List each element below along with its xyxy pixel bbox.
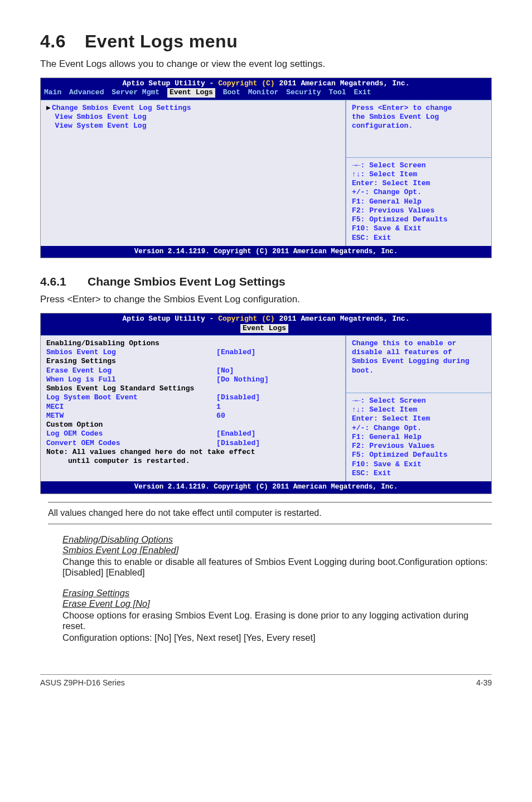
menu-item-view-smbios-log[interactable]: View Smbios Event Log [46, 113, 340, 122]
tab-event-logs[interactable]: Event Logs [167, 88, 215, 97]
menu-item-change-smbios[interactable]: ▶Change Smbios Event Log Settings [46, 104, 340, 113]
group-standard-settings: Smbios Event Log Standard Settings [46, 384, 216, 393]
opt-log-system-boot[interactable]: Log System Boot Event[Disabled] [46, 393, 340, 402]
tab-tool[interactable]: Tool [328, 88, 346, 97]
tab-exit[interactable]: Exit [354, 88, 371, 97]
bios-title: Aptio Setup Utility - Copyright (C) 2011… [41, 313, 491, 323]
opt-log-oem-codes[interactable]: Log OEM Codes[Enabled] [46, 429, 340, 438]
subsection-heading: 4.6.1Change Smbios Event Log Settings [40, 275, 492, 288]
page-footer: ASUS Z9PH-D16 Series 4-39 [40, 674, 492, 687]
tab-security[interactable]: Security [286, 88, 321, 97]
group-custom-option: Custom Option [46, 421, 216, 429]
group-enabling-disabling: Enabling/Disabling Options [46, 339, 216, 348]
opt-desc-erase-1: Choose options for erasing Smbios Event … [62, 610, 492, 631]
tab-monitor[interactable]: Monitor [248, 88, 279, 97]
group-erasing-settings: Erasing Settings [46, 357, 216, 366]
bios-tabbar: Event Logs [41, 324, 491, 335]
section-heading: 4.6Event Logs menu [40, 31, 492, 52]
footer-page-number: 4-39 [476, 678, 492, 687]
tab-event-logs[interactable]: Event Logs [240, 324, 288, 333]
subsection-title-text: Change Smbios Event Log Settings [88, 275, 286, 288]
footer-left: ASUS Z9PH-D16 Series [40, 678, 125, 687]
bios-screen-smbios-settings: Aptio Setup Utility - Copyright (C) 2011… [40, 313, 492, 494]
note-line-1: Note: All values changed here do not tak… [46, 448, 255, 457]
subsection-intro: Press <Enter> to change the Smbios Event… [40, 294, 492, 305]
opt-heading-smbios-event-log: Smbios Event Log [Enabled] [62, 545, 492, 555]
tab-advanced[interactable]: Advanced [69, 88, 104, 97]
bios-help-pane: Change this to enable or disable all fea… [346, 336, 491, 481]
note-block: All values changed here do not take effe… [40, 502, 492, 524]
tab-boot[interactable]: Boot [223, 88, 240, 97]
bios-left-pane: Enabling/Disabling Options Smbios Event … [41, 336, 346, 481]
bios-footer: Version 2.14.1219. Copyright (C) 2011 Am… [41, 246, 491, 258]
bios-help-pane: Press <Enter> to change the Smbios Event… [346, 100, 491, 246]
opt-convert-oem-codes[interactable]: Convert OEM Codes[Disabled] [46, 439, 340, 448]
pointer-icon: ▶ [46, 104, 52, 113]
note-text: All values changed here do not take effe… [48, 502, 492, 524]
option-group-erasing: Erasing Settings Erase Event Log [No] Ch… [40, 588, 492, 643]
opt-desc-erase-2: Configuration options: [No] [Yes, Next r… [62, 632, 492, 643]
bios-tabbar: Main Advanced Server Mgmt Event Logs Boo… [41, 88, 491, 99]
opt-heading-erasing: Erasing Settings [62, 588, 492, 598]
bios-footer: Version 2.14.1219. Copyright (C) 2011 Am… [41, 481, 491, 494]
bios-screen-event-logs: Aptio Setup Utility - Copyright (C) 2011… [40, 78, 492, 258]
bios-title: Aptio Setup Utility - Copyright (C) 2011… [41, 78, 491, 88]
opt-when-log-full[interactable]: When Log is Full[Do Nothing] [46, 375, 340, 384]
menu-item-view-system-log[interactable]: View System Event Log [46, 122, 340, 131]
section-number: 4.6 [40, 31, 85, 52]
nav-hints: →←: Select Screen ↑↓: Select Item Enter:… [352, 397, 486, 478]
opt-desc-smbios: Change this to enable or disable all fea… [62, 557, 492, 578]
opt-meci[interactable]: MECI1 [46, 403, 340, 412]
note-line-2: until computer is restarted. [46, 457, 216, 466]
section-title-text: Event Logs menu [85, 31, 238, 51]
opt-metw[interactable]: METW60 [46, 412, 340, 421]
option-group-enabling: Enabling/Disabling Options Smbios Event … [40, 534, 492, 578]
opt-smbios-event-log[interactable]: Smbios Event Log[Enabled] [46, 348, 340, 357]
opt-heading-enabling: Enabling/Disabling Options [62, 534, 492, 545]
subsection-number: 4.6.1 [40, 275, 88, 288]
tab-server-mgmt[interactable]: Server Mgmt [112, 88, 159, 97]
opt-erase-event-log[interactable]: Erase Event Log[No] [46, 366, 340, 375]
bios-left-pane: ▶Change Smbios Event Log Settings View S… [41, 100, 346, 246]
nav-hints: →←: Select Screen ↑↓: Select Item Enter:… [352, 161, 486, 243]
tab-main[interactable]: Main [44, 88, 61, 97]
opt-heading-erase-event-log: Erase Event Log [No] [62, 598, 492, 609]
section-intro: The Event Logs allows you to change or v… [40, 59, 492, 70]
